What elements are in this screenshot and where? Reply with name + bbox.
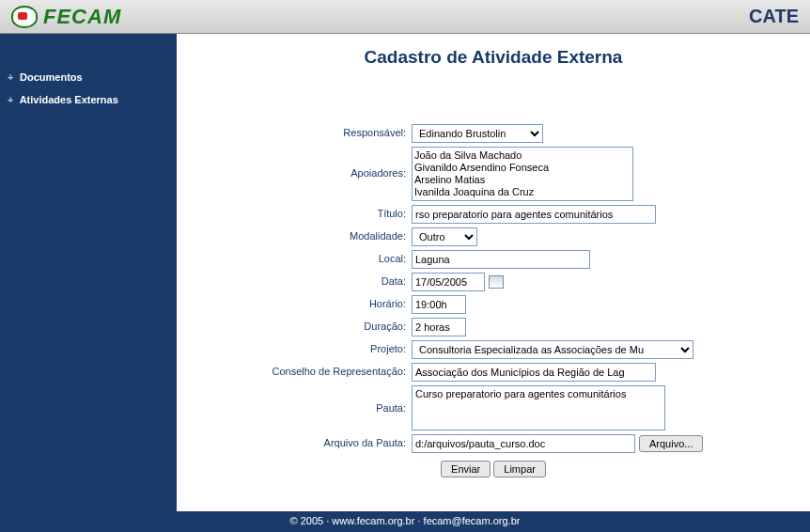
fecam-logo-icon bbox=[11, 6, 38, 28]
duracao-input[interactable] bbox=[412, 318, 466, 336]
duracao-label: Duração: bbox=[195, 318, 412, 332]
sidebar-item-documentos[interactable]: + Documentos bbox=[0, 66, 177, 88]
local-label: Local: bbox=[195, 250, 412, 264]
titulo-label: Título: bbox=[195, 205, 412, 219]
arquivo-label: Arquivo da Pauta: bbox=[195, 434, 412, 448]
conselho-label: Conselho de Representação: bbox=[195, 363, 412, 377]
responsavel-label: Responsável: bbox=[195, 124, 412, 138]
horario-label: Horário: bbox=[195, 295, 412, 309]
footer-site-link[interactable]: www.fecam.org.br bbox=[332, 515, 414, 526]
form-actions: Enviar Limpar bbox=[195, 461, 791, 477]
sidebar-item-atividades-externas[interactable]: + Atividades Externas bbox=[0, 88, 177, 111]
apoiadores-listbox[interactable]: João da Silva Machado Givanildo Arsendin… bbox=[412, 147, 633, 201]
responsavel-select[interactable]: Edinando Brustolin bbox=[412, 124, 543, 143]
arquivo-path-input[interactable] bbox=[412, 434, 635, 453]
enviar-button[interactable]: Enviar bbox=[441, 461, 491, 477]
app-header: FECAM CATE bbox=[0, 0, 810, 34]
projeto-label: Projeto: bbox=[195, 340, 412, 354]
sidebar-item-label: Documentos bbox=[20, 71, 83, 83]
horario-input[interactable] bbox=[412, 295, 466, 314]
page-title: Cadastro de Atividade Externa bbox=[195, 47, 791, 68]
apoiadores-label: Apoiadores: bbox=[195, 147, 412, 179]
footer-email-link[interactable]: fecam@fecam.org.br bbox=[424, 515, 521, 526]
app-title: CATE bbox=[749, 6, 799, 27]
list-item[interactable]: Givanildo Arsendino Fonseca bbox=[414, 162, 631, 174]
arquivo-browse-button[interactable]: Arquivo... bbox=[639, 435, 703, 452]
modalidade-select[interactable]: Outro bbox=[412, 227, 477, 246]
calendar-icon[interactable] bbox=[489, 275, 504, 289]
data-input[interactable] bbox=[412, 273, 485, 291]
pauta-label: Pauta: bbox=[195, 385, 412, 414]
expand-icon: + bbox=[8, 71, 17, 83]
logo: FECAM bbox=[11, 5, 121, 29]
list-item[interactable]: João da Silva Machado bbox=[414, 149, 631, 162]
conselho-input[interactable] bbox=[412, 363, 656, 382]
titulo-input[interactable] bbox=[412, 205, 656, 224]
limpar-button[interactable]: Limpar bbox=[493, 461, 546, 477]
projeto-select[interactable]: Consultoria Especializada as Associações… bbox=[412, 340, 693, 359]
expand-icon: + bbox=[8, 94, 17, 105]
data-label: Data: bbox=[195, 273, 412, 287]
modalidade-label: Modalidade: bbox=[195, 227, 412, 242]
list-item[interactable]: Arselino Matias bbox=[414, 174, 631, 186]
local-input[interactable] bbox=[412, 250, 590, 269]
footer: © 2005 · www.fecam.org.br · fecam@fecam.… bbox=[0, 511, 810, 532]
pauta-textarea[interactable] bbox=[412, 385, 665, 430]
sidebar: + Documentos + Atividades Externas bbox=[0, 34, 177, 511]
logo-text: FECAM bbox=[43, 5, 121, 29]
sidebar-item-label: Atividades Externas bbox=[20, 94, 118, 105]
activity-form: Responsável: Edinando Brustolin Apoiador… bbox=[195, 124, 791, 477]
footer-copyright: © 2005 bbox=[290, 515, 327, 526]
main-content: Cadastro de Atividade Externa Responsáve… bbox=[177, 34, 810, 511]
list-item[interactable]: Ivanilda Joaquina da Cruz bbox=[414, 186, 631, 198]
